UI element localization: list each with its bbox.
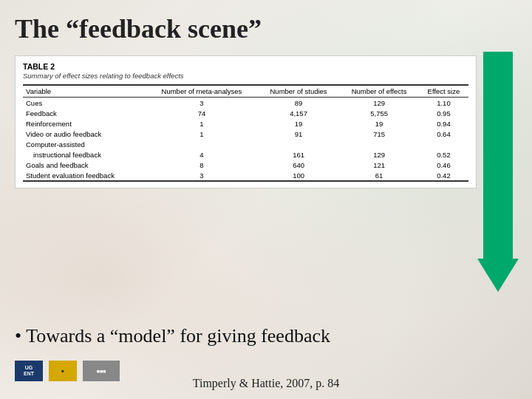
citation-text: Timperly & Hattie, 2007, p. 84 <box>193 377 340 390</box>
table-cell-studies <box>258 139 340 149</box>
table-cell-effect-size: 1.10 <box>419 98 468 109</box>
table-cell-meta: 3 <box>146 170 258 181</box>
table-cell-meta: 1 <box>146 118 258 129</box>
table-cell-studies: 640 <box>258 160 340 170</box>
col-header-effects: Number of effects <box>339 85 419 98</box>
table-cell-variable: Video or audio feedback <box>23 129 146 139</box>
table-cell-effects: 129 <box>339 98 419 109</box>
footer: UGENT ■ ■■■ Timperly & Hattie, 2007, p. … <box>0 377 532 390</box>
footer-logos: UGENT ■ ■■■ <box>15 361 120 381</box>
arrow-head <box>477 259 519 292</box>
table-cell-effect-size: 0.42 <box>419 170 468 181</box>
col-header-studies: Number of studies <box>258 85 340 98</box>
table-cell-variable: instructional feedback <box>23 149 146 160</box>
table-cell-variable: Goals and feedback <box>23 160 146 170</box>
table-cell-variable: Cues <box>23 98 146 109</box>
table-cell-variable: Student evaluation feedback <box>23 170 146 181</box>
table-cell-meta: 3 <box>146 98 258 109</box>
table-cell-effect-size: 0.46 <box>419 160 468 170</box>
table-container: TABLE 2 Summary of effect sizes relating… <box>15 55 477 188</box>
table-cell-effects <box>339 139 419 149</box>
table-cell-effects: 129 <box>339 149 419 160</box>
table-cell-effect-size: 0.94 <box>419 118 468 129</box>
table-cell-effect-size: 0.95 <box>419 108 468 118</box>
table-cell-effects: 715 <box>339 129 419 139</box>
table-cell-studies: 19 <box>258 118 340 129</box>
table-cell-studies: 161 <box>258 149 340 160</box>
table-cell-studies: 100 <box>258 170 340 181</box>
table-cell-meta: 74 <box>146 108 258 118</box>
table-cell-studies: 89 <box>258 98 340 109</box>
green-arrow <box>477 52 519 292</box>
col-header-effect-size: Effect size <box>419 85 468 98</box>
table-label: TABLE 2 <box>23 62 468 71</box>
table-cell-meta: 4 <box>146 149 258 160</box>
logo-2: ■ <box>49 361 77 381</box>
col-header-meta: Number of meta-analyses <box>146 85 258 98</box>
table-cell-studies: 91 <box>258 129 340 139</box>
table-cell-meta <box>146 139 258 149</box>
table-cell-effects: 19 <box>339 118 419 129</box>
table-cell-variable: Reinforcement <box>23 118 146 129</box>
arrow-shaft <box>483 52 513 259</box>
table-cell-effect-size: 0.64 <box>419 129 468 139</box>
table-subtitle: Summary of effect sizes relating to feed… <box>23 72 468 80</box>
table-cell-meta: 8 <box>146 160 258 170</box>
table-cell-effects: 61 <box>339 170 419 181</box>
slide-title: The “feedback scene” <box>15 13 262 44</box>
slide-background: The “feedback scene” TABLE 2 Summary of … <box>0 0 532 399</box>
table-cell-variable: Computer-assisted <box>23 139 146 149</box>
bullet-text: • Towards a “model” for giving feedback <box>15 325 473 347</box>
data-table: Variable Number of meta-analyses Number … <box>23 84 468 182</box>
logo-ugent: UGENT <box>15 361 43 381</box>
logo-3: ■■■ <box>83 361 120 381</box>
table-cell-variable: Feedback <box>23 108 146 118</box>
table-cell-effects: 121 <box>339 160 419 170</box>
table-cell-effects: 5,755 <box>339 108 419 118</box>
table-cell-studies: 4,157 <box>258 108 340 118</box>
table-cell-effect-size <box>419 139 468 149</box>
table-cell-effect-size: 0.52 <box>419 149 468 160</box>
col-header-variable: Variable <box>23 85 146 98</box>
table-cell-meta: 1 <box>146 129 258 139</box>
